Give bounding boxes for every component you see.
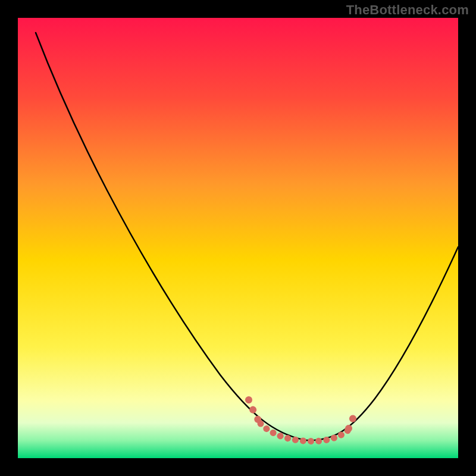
chart-plot-area: [18, 18, 458, 458]
watermark-text: TheBottleneck.com: [346, 2, 469, 18]
gradient-background: [18, 18, 458, 458]
chart-svg: [18, 18, 458, 458]
